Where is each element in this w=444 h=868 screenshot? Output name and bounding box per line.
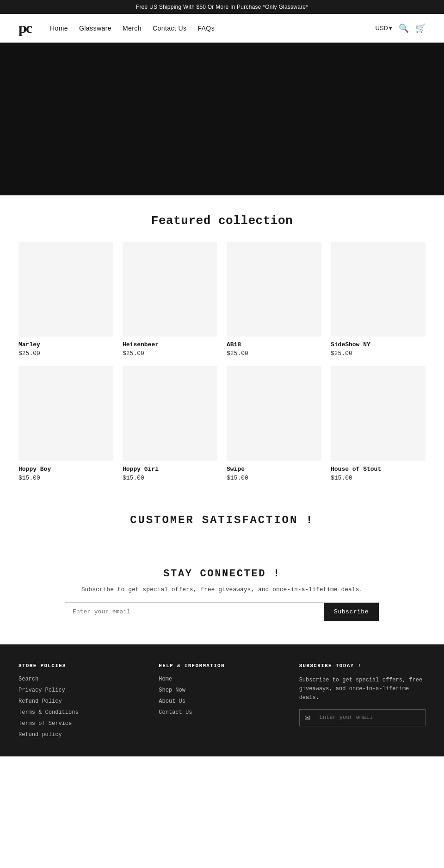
header: pc Home Glassware Merch Contact Us FAQs … [0, 14, 444, 43]
product-price-6: $15.00 [227, 475, 321, 481]
header-actions: USD ▾ 🔍 🛒 [376, 23, 426, 33]
newsletter-section: STAY CONNECTED ! Subscribe to get specia… [0, 550, 444, 644]
nav-glassware[interactable]: Glassware [79, 25, 111, 32]
product-price-0: $25.00 [18, 350, 113, 357]
footer-help-shop-now[interactable]: Shop Now [159, 687, 285, 693]
footer-store-policies: STORE POLCIES Search Privacy Policy Refu… [18, 663, 145, 743]
subscribe-heading: SUBSCRIBE TODAY ! [299, 663, 426, 668]
newsletter-subtitle: Subscribe to get special offers, free gi… [18, 586, 426, 593]
cart-button[interactable]: 🛒 [415, 23, 426, 33]
product-card-4[interactable]: Hoppy Boy $15.00 [18, 366, 113, 481]
search-button[interactable]: 🔍 [399, 23, 409, 33]
logo[interactable]: pc [18, 19, 31, 37]
product-name-4: Hoppy Boy [18, 466, 113, 473]
product-image-0 [18, 242, 113, 337]
footer-email-icon: ✉ [300, 710, 315, 726]
product-image-2 [227, 242, 321, 337]
product-name-1: Heisenbeer [123, 341, 217, 348]
product-card-2[interactable]: AB18 $25.00 [227, 242, 321, 357]
product-price-5: $15.00 [123, 475, 217, 481]
product-price-4: $15.00 [18, 475, 113, 481]
product-card-1[interactable]: Heisenbeer $25.00 [123, 242, 217, 357]
nav-home[interactable]: Home [50, 25, 68, 32]
product-image-1 [123, 242, 217, 337]
product-price-3: $25.00 [331, 350, 426, 357]
top-banner: Free US Shipping With $50 Or More In Pur… [0, 0, 444, 14]
footer-help-contact-us[interactable]: Contact Us [159, 709, 285, 716]
product-card-3[interactable]: SideShow NY $25.00 [331, 242, 426, 357]
product-name-5: Hoppy Girl [123, 466, 217, 473]
product-price-2: $25.00 [227, 350, 321, 357]
product-name-3: SideShow NY [331, 341, 426, 348]
main-nav: Home Glassware Merch Contact Us FAQs [50, 25, 376, 32]
nav-contact-us[interactable]: Contact Us [153, 25, 186, 32]
hero-image [0, 43, 444, 195]
product-card-6[interactable]: Swipe $15.00 [227, 366, 321, 481]
footer-link-refund-policy2[interactable]: Refund policy [18, 731, 145, 738]
cart-icon: 🛒 [415, 24, 426, 33]
footer-link-refund-policy[interactable]: Refund Policy [18, 698, 145, 705]
footer-link-privacy-policy[interactable]: Privacy Policy [18, 687, 145, 693]
footer: STORE POLCIES Search Privacy Policy Refu… [0, 644, 444, 756]
featured-title: Featured collection [18, 214, 426, 228]
product-price-7: $15.00 [331, 475, 426, 481]
footer-grid: STORE POLCIES Search Privacy Policy Refu… [18, 663, 426, 743]
product-card-5[interactable]: Hoppy Girl $15.00 [123, 366, 217, 481]
product-name-7: House of Stout [331, 466, 426, 473]
subscribe-text: Subscribe to get special offers, free gi… [299, 676, 426, 703]
search-icon: 🔍 [399, 24, 409, 33]
product-image-7 [331, 366, 426, 461]
newsletter-subscribe-button[interactable]: Subscribe [324, 603, 379, 621]
nav-merch[interactable]: Merch [123, 25, 142, 32]
footer-email-form: ✉ [299, 709, 426, 726]
nav-faqs[interactable]: FAQs [197, 25, 215, 32]
product-price-1: $25.00 [123, 350, 217, 357]
product-name-6: Swipe [227, 466, 321, 473]
product-grid: Marley $25.00 Heisenbeer $25.00 AB18 $25… [18, 242, 426, 481]
newsletter-email-input[interactable] [65, 603, 324, 621]
newsletter-title: STAY CONNECTED ! [18, 568, 426, 580]
product-card-0[interactable]: Marley $25.00 [18, 242, 113, 357]
footer-help-about-us[interactable]: About Us [159, 698, 285, 705]
product-name-0: Marley [18, 341, 113, 348]
footer-link-terms-of-service[interactable]: Terms of Service [18, 720, 145, 727]
product-image-3 [331, 242, 426, 337]
newsletter-form: Subscribe [65, 602, 379, 621]
footer-subscribe: SUBSCRIBE TODAY ! Subscribe to get speci… [299, 663, 426, 743]
store-policies-heading: STORE POLCIES [18, 663, 145, 668]
featured-collection-section: Featured collection Marley $25.00 Heisen… [0, 195, 444, 491]
satisfaction-title: CUSTOMER SATISFACTION ! [18, 514, 426, 526]
satisfaction-section: CUSTOMER SATISFACTION ! [0, 491, 444, 550]
footer-email-input[interactable] [315, 710, 425, 726]
product-name-2: AB18 [227, 341, 321, 348]
currency-selector[interactable]: USD ▾ [376, 25, 392, 31]
product-image-5 [123, 366, 217, 461]
product-image-4 [18, 366, 113, 461]
banner-text: Free US Shipping With $50 Or More In Pur… [136, 4, 308, 10]
help-heading: HELP & INFORMATION [159, 663, 285, 668]
footer-help-home[interactable]: Home [159, 676, 285, 682]
footer-link-search[interactable]: Search [18, 676, 145, 682]
footer-link-terms-conditions[interactable]: Terms & Conditions [18, 709, 145, 716]
product-card-7[interactable]: House of Stout $15.00 [331, 366, 426, 481]
footer-help: HELP & INFORMATION Home Shop Now About U… [159, 663, 285, 743]
product-image-6 [227, 366, 321, 461]
